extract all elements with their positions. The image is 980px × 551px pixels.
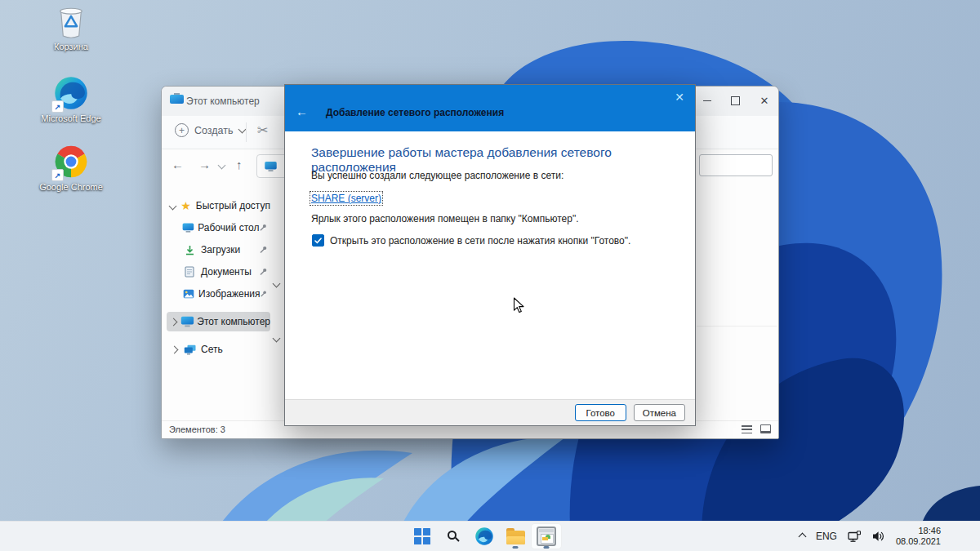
recycle-bin-icon (56, 5, 87, 39)
wizard-back-icon[interactable]: ← (296, 104, 308, 118)
desktop-icon-google-chrome[interactable]: ↗ Google Chrome (37, 144, 105, 193)
downloads-icon (181, 245, 198, 256)
taskbar-edge-button[interactable] (469, 523, 500, 549)
minimize-button[interactable] (702, 95, 713, 106)
cancel-button[interactable]: Отмена (634, 404, 685, 421)
details-view-icon[interactable] (742, 425, 752, 434)
close-button[interactable]: ✕ (759, 95, 770, 106)
sidebar-item-label: Сеть (201, 344, 270, 355)
toolbar-divider (246, 122, 247, 142)
recent-locations-icon[interactable] (218, 162, 226, 170)
windows-desktop: Корзина ↗ Microsoft Edge ↗ (0, 0, 980, 551)
taskbar-file-explorer-button[interactable] (500, 523, 531, 549)
wizard-title: Добавление сетевого расположения (326, 107, 504, 118)
volume-tray-icon[interactable] (872, 531, 885, 542)
pin-icon (259, 224, 267, 232)
sidebar-item-quick-access[interactable]: ★ Быстрый доступ (167, 196, 270, 216)
sidebar-item-documents[interactable]: Документы (181, 262, 270, 282)
explorer-window-title: Этот компьютер (186, 96, 260, 107)
taskbar-search-button[interactable] (438, 523, 469, 549)
explorer-search-input[interactable] (699, 154, 773, 176)
sidebar-item-desktop[interactable]: Рабочий стол (181, 218, 270, 238)
windows-logo-icon (414, 528, 430, 544)
sidebar-item-label: Изображения (198, 288, 260, 300)
desktop-folder-icon (183, 223, 194, 232)
desktop-icon-label: Корзина (54, 42, 88, 52)
wizard-shortcut-note: Ярлык этого расположения помещен в папку… (311, 213, 578, 224)
new-button-label: Создать (194, 125, 234, 136)
edge-icon (474, 527, 494, 546)
running-indicator (544, 546, 550, 549)
plus-icon: + (175, 123, 189, 137)
cut-icon[interactable]: ✂ (257, 122, 268, 138)
sidebar-item-this-pc[interactable]: Этот компьютер (167, 312, 270, 331)
sidebar-item-network[interactable]: Сеть (167, 340, 270, 359)
star-icon: ★ (179, 199, 193, 212)
network-icon (181, 344, 198, 355)
chevron-right-icon (170, 345, 178, 353)
tray-time: 18:46 (918, 526, 941, 536)
taskbar-network-wizard-button[interactable] (531, 523, 562, 549)
forward-icon[interactable]: → (198, 158, 211, 171)
wizard-close-icon[interactable]: ✕ (672, 90, 687, 104)
desktop-icon-recycle-bin[interactable]: Корзина (37, 5, 105, 52)
desktop-icon-label: Google Chrome (39, 182, 103, 193)
large-icons-view-icon[interactable] (760, 424, 771, 433)
this-pc-icon (181, 317, 194, 327)
search-icon (448, 531, 459, 542)
taskbar-clock[interactable]: 18:46 08.09.2021 (896, 526, 941, 547)
open-location-checkbox[interactable] (312, 234, 324, 247)
back-icon[interactable]: ← (172, 158, 184, 171)
add-network-location-wizard: ← Добавление сетевого расположения ✕ Зав… (284, 84, 696, 426)
sidebar-item-pictures[interactable]: Изображения (181, 284, 270, 304)
content-divider (697, 326, 777, 327)
sidebar-item-label: Рабочий стол (198, 222, 259, 233)
sidebar-item-label: Этот компьютер (197, 316, 270, 327)
pin-icon (259, 268, 267, 276)
running-indicator (513, 546, 519, 549)
this-pc-icon (265, 162, 276, 171)
pictures-icon (181, 289, 195, 299)
network-location-link[interactable]: SHARE (server) (311, 193, 381, 204)
documents-icon (181, 266, 198, 278)
chevron-down-icon (169, 202, 177, 210)
language-indicator[interactable]: ENG (816, 531, 837, 542)
pin-icon (260, 290, 267, 298)
shortcut-arrow-icon: ↗ (51, 169, 64, 181)
new-button[interactable]: + Создать (175, 123, 245, 137)
item-count: Элементов: 3 (169, 424, 225, 434)
wizard-header[interactable]: ← Добавление сетевого расположения ✕ (285, 85, 695, 131)
sidebar-item-label: Загрузки (201, 244, 259, 256)
sidebar-item-label: Быстрый доступ (196, 200, 270, 211)
desktop-icon-label: Microsoft Edge (41, 113, 100, 124)
taskbar: ENG 18:46 08.09.2021 (0, 521, 980, 551)
checkbox-label[interactable]: Открыть это расположение в сети после на… (330, 235, 630, 247)
up-icon[interactable]: ↑ (236, 158, 243, 171)
network-wizard-icon (537, 527, 556, 546)
start-button[interactable] (407, 523, 438, 549)
tray-overflow-icon[interactable] (798, 532, 806, 540)
sidebar-item-label: Документы (201, 266, 259, 278)
mouse-cursor (513, 297, 525, 314)
maximize-button[interactable] (729, 95, 741, 106)
pin-icon (259, 246, 267, 254)
chevron-down-icon (238, 125, 246, 133)
wizard-footer: Готово Отмена (285, 399, 695, 425)
group-collapse-icon[interactable] (273, 280, 281, 288)
tray-date: 08.09.2021 (896, 536, 941, 547)
folder-icon (506, 531, 525, 544)
wizard-intro-text: Вы успешно создали следующее расположени… (311, 170, 564, 181)
desktop-icon-microsoft-edge[interactable]: ↗ Microsoft Edge (37, 75, 105, 124)
chevron-right-icon (170, 318, 178, 326)
network-tray-icon[interactable] (848, 531, 862, 543)
shortcut-arrow-icon: ↗ (51, 100, 64, 113)
sidebar-item-downloads[interactable]: Загрузки (181, 240, 270, 260)
group-collapse-icon[interactable] (273, 335, 281, 343)
finish-button[interactable]: Готово (575, 404, 626, 421)
